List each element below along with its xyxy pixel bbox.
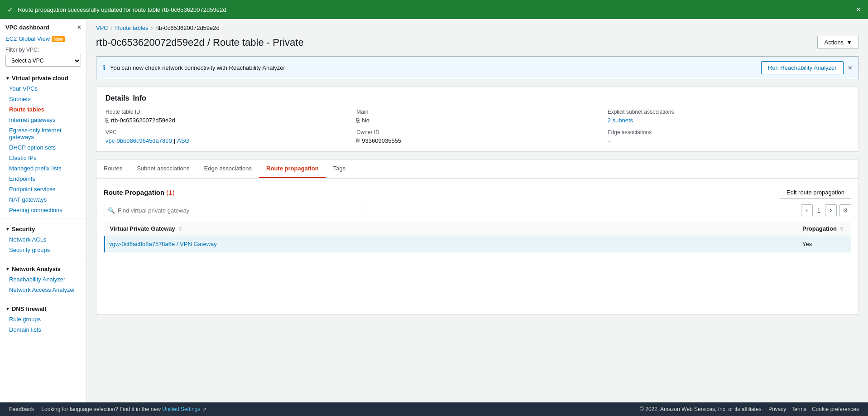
tabs-bar: Routes Subnet associations Edge associat…	[96, 160, 858, 178]
tab-route-propagation[interactable]: Route propagation	[259, 160, 326, 178]
search-input[interactable]	[118, 207, 362, 214]
asg-link[interactable]: ASG	[177, 137, 189, 144]
cell-gateway: vgw-0cf6ac8b8a7578a6e / VPN Gateway	[105, 236, 797, 252]
owner-id-label: Owner ID	[356, 129, 598, 135]
breadcrumb-sep-2: ›	[151, 25, 153, 31]
gateway-link[interactable]: vgw-0cf6ac8b8a7578a6e / VPN Gateway	[109, 241, 217, 247]
section-title: Route Propagation (1)	[104, 189, 175, 196]
vpc-filter-select[interactable]: Select a VPC	[5, 55, 81, 67]
col-header-propagation: Propagation ▽	[797, 222, 851, 236]
vpc-link[interactable]: vpc-0bbe86c9645da78e0	[106, 137, 172, 144]
section-title-row: Route Propagation (1)	[104, 189, 175, 196]
arrow-icon: ▼	[5, 266, 10, 271]
next-page-button[interactable]: ›	[825, 204, 837, 216]
sidebar-item-dhcp-option-sets[interactable]: DHCP option sets	[0, 142, 86, 153]
sidebar-item-nat-gateways[interactable]: NAT gateways	[0, 194, 86, 205]
vpc-label: VPC	[106, 129, 347, 135]
sidebar-divider-2	[0, 258, 86, 258]
info-banner: ℹ You can now check network connectivity…	[96, 56, 859, 79]
sidebar-filter: Filter by VPC: Select a VPC	[0, 44, 86, 70]
run-reachability-analyzer-button[interactable]: Run Reachability Analyzer	[761, 61, 844, 74]
vpc-separator: |	[174, 137, 175, 144]
gear-settings-button[interactable]: ⚙	[839, 204, 851, 216]
sidebar-item-internet-gateways[interactable]: Internet gateways	[0, 115, 86, 125]
edit-route-propagation-button[interactable]: Edit route propagation	[780, 186, 851, 199]
sort-icon-propagation[interactable]: ▽	[840, 227, 844, 232]
footer-cookie-preferences-link[interactable]: Cookie preferences	[812, 406, 859, 412]
main-content: VPC › Route tables › rtb-0c653620072d59e…	[87, 19, 868, 402]
sidebar-section-network-analysis[interactable]: ▼ Network Analysis	[0, 261, 86, 274]
sidebar-item-security-groups[interactable]: Security groups	[0, 245, 86, 255]
tab-edge-associations[interactable]: Edge associations	[197, 160, 259, 178]
unified-settings-link[interactable]: Unified Settings	[162, 406, 200, 412]
sidebar-close-icon[interactable]: ×	[77, 24, 81, 31]
info-banner-text: You can now check network connectivity w…	[110, 64, 757, 71]
sidebar-title: VPC dashboard	[5, 24, 49, 31]
sidebar-item-endpoint-services[interactable]: Endpoint services	[0, 184, 86, 194]
detail-owner-id: Owner ID ⎘ 933609035555	[356, 129, 598, 144]
footer-right: © 2022, Amazon Web Services, Inc. or its…	[640, 406, 859, 412]
search-icon: 🔍	[108, 207, 115, 214]
table-body: vgw-0cf6ac8b8a7578a6e / VPN Gateway Yes	[105, 236, 852, 252]
footer-terms-link[interactable]: Terms	[791, 406, 806, 412]
details-info-link[interactable]: Info	[133, 94, 146, 102]
copy-icon[interactable]: ⎘	[106, 117, 109, 124]
detail-explicit-subnet: Explicit subnet associations 2 subnets	[608, 109, 849, 124]
sidebar-item-elastic-ips[interactable]: Elastic IPs	[0, 153, 86, 163]
actions-button[interactable]: Actions ▼	[817, 36, 859, 49]
table-row: vgw-0cf6ac8b8a7578a6e / VPN Gateway Yes	[105, 236, 852, 252]
footer-privacy-link[interactable]: Privacy	[768, 406, 786, 412]
sidebar-item-endpoints[interactable]: Endpoints	[0, 174, 86, 184]
tab-subnet-associations[interactable]: Subnet associations	[129, 160, 197, 178]
details-grid: Route table ID ⎘ rtb-0c653620072d59e2d M…	[106, 109, 849, 144]
sidebar-section-dns-firewall[interactable]: ▼ DNS firewall	[0, 301, 86, 314]
feedback-link[interactable]: Feedback	[9, 406, 34, 412]
sidebar-section-vpc[interactable]: ▼ Virtual private cloud	[0, 70, 86, 83]
sidebar-item-route-tables[interactable]: Route tables	[0, 104, 86, 115]
external-link-icon: ↗	[202, 406, 206, 412]
security-section-label: Security	[12, 226, 35, 232]
footer-left: Feedback Looking for language selection?…	[9, 406, 206, 412]
details-title: Details Info	[106, 94, 849, 102]
sidebar-item-network-access-analyzer[interactable]: Network Access Analyzer	[0, 285, 86, 295]
banner-close-button[interactable]: ×	[856, 5, 861, 15]
detail-vpc: VPC vpc-0bbe86c9645da78e0 | ASG	[106, 129, 347, 144]
prev-page-button[interactable]: ‹	[801, 204, 813, 216]
breadcrumb-vpc[interactable]: VPC	[96, 24, 108, 31]
tab-routes[interactable]: Routes	[96, 160, 129, 178]
sidebar-item-managed-prefix-lists[interactable]: Managed prefix lists	[0, 163, 86, 174]
route-propagation-table: Virtual Private Gateway ▽ Propagation ▽ …	[104, 222, 851, 252]
filter-label: Filter by VPC:	[5, 47, 81, 53]
tab-tags[interactable]: Tags	[326, 160, 353, 178]
sidebar-item-domain-lists[interactable]: Domain lists	[0, 324, 86, 335]
arrow-icon: ▼	[5, 306, 10, 311]
footer-info-text: Looking for language selection? Find it …	[41, 406, 206, 412]
search-row: 🔍 ‹ 1 › ⚙	[104, 204, 851, 216]
route-table-id-value: ⎘ rtb-0c653620072d59e2d	[106, 117, 347, 124]
breadcrumb-sep-1: ›	[111, 25, 113, 31]
success-banner: ✓ Route propagation successfully updated…	[0, 0, 868, 19]
detail-edge-associations: Edge associations –	[608, 129, 849, 144]
info-banner-close-button[interactable]: ×	[848, 64, 852, 72]
detail-route-table-id: Route table ID ⎘ rtb-0c653620072d59e2d	[106, 109, 347, 124]
breadcrumb-route-tables[interactable]: Route tables	[115, 24, 148, 31]
sidebar-header: VPC dashboard ×	[0, 19, 86, 34]
footer: Feedback Looking for language selection?…	[0, 402, 868, 416]
sidebar-ec2-global-view[interactable]: EC2 Global View	[0, 34, 86, 44]
edge-associations-value: –	[608, 137, 849, 144]
sidebar-item-subnets[interactable]: Subnets	[0, 94, 86, 104]
copy-icon-3[interactable]: ⎘	[356, 137, 360, 144]
sidebar-item-peering-connections[interactable]: Peering connections	[0, 205, 86, 215]
sidebar-section-security[interactable]: ▼ Security	[0, 221, 86, 234]
sidebar-item-reachability-analyzer[interactable]: Reachability Analyzer	[0, 274, 86, 285]
vpc-value: vpc-0bbe86c9645da78e0 | ASG	[106, 137, 347, 144]
sort-icon-vpg[interactable]: ▽	[178, 227, 182, 232]
vpc-section-label: Virtual private cloud	[12, 75, 68, 82]
sidebar-item-your-vpcs[interactable]: Your VPCs	[0, 83, 86, 94]
section-count: (1)	[166, 189, 174, 196]
subnets-link[interactable]: 2 subnets	[608, 117, 633, 124]
sidebar-item-egress-only-internet-gateways[interactable]: Egress-only internet gateways	[0, 125, 86, 142]
copy-icon-2: ⎘	[356, 117, 360, 124]
sidebar-item-network-acls[interactable]: Network ACLs	[0, 234, 86, 245]
sidebar-item-rule-groups[interactable]: Rule groups	[0, 314, 86, 324]
